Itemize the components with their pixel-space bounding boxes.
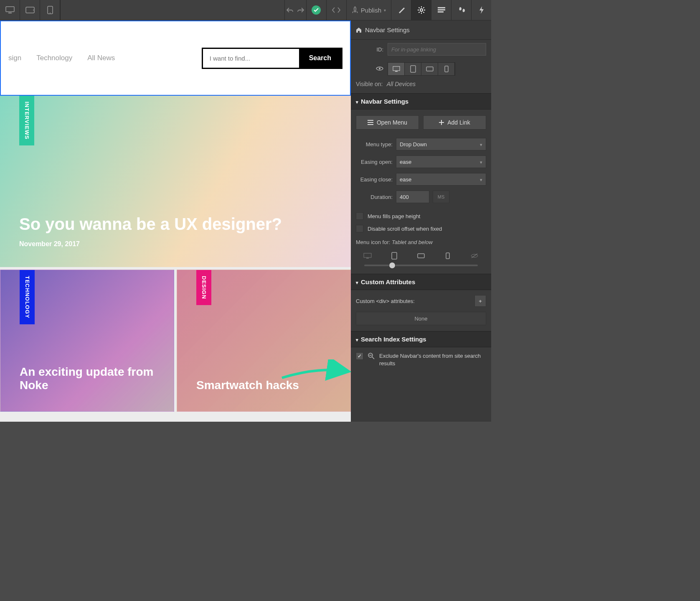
breadcrumb-label: Navbar Settings xyxy=(365,26,410,33)
phone-preview-button[interactable] xyxy=(40,0,60,20)
slider-tablet-icon xyxy=(389,252,399,260)
easing-close-select[interactable]: ease xyxy=(396,173,486,186)
add-attribute-button[interactable]: + xyxy=(474,295,486,307)
style-tab[interactable] xyxy=(391,0,411,20)
duration-unit: MS xyxy=(433,191,449,203)
slider-track[interactable] xyxy=(364,265,478,266)
slider-knob[interactable] xyxy=(389,262,395,268)
redo-button[interactable] xyxy=(295,0,306,20)
svg-rect-22 xyxy=(366,258,369,259)
caret-down-icon xyxy=(356,98,358,105)
tablet-preview-button[interactable] xyxy=(20,0,40,20)
svg-point-3 xyxy=(33,10,34,10)
menu-icon-for-label: Menu icon for: xyxy=(356,239,390,245)
nav-link-design[interactable]: sign xyxy=(8,54,21,62)
home-icon xyxy=(356,27,362,33)
hero-card[interactable]: INTERVIEWS So you wanna be a UX designer… xyxy=(0,96,351,267)
search-index-header: Search Index Settings xyxy=(361,336,426,343)
vis-tablet[interactable] xyxy=(405,63,421,75)
svg-rect-25 xyxy=(446,253,449,259)
card-design[interactable]: DESIGN Smartwatch hacks xyxy=(177,270,351,412)
duration-label: Duration: xyxy=(356,194,393,200)
search-button[interactable]: Search xyxy=(299,49,341,68)
visibility-eye xyxy=(356,66,383,72)
custom-attr-empty: None xyxy=(356,312,486,325)
panel-tabs xyxy=(391,0,491,20)
slider-desktop-icon xyxy=(363,252,373,260)
visible-on-label: Visible on: xyxy=(356,81,383,87)
rocket-icon xyxy=(352,6,358,14)
settings-tab[interactable] xyxy=(411,0,431,20)
caret-down-icon xyxy=(356,278,358,285)
svg-rect-13 xyxy=(411,66,416,72)
id-label: ID: xyxy=(356,46,383,53)
visible-on-value: All Devices xyxy=(387,81,416,87)
menu-icon-device-slider[interactable] xyxy=(351,247,491,262)
undo-button[interactable] xyxy=(284,0,295,20)
disable-scroll-checkbox[interactable]: Disable scroll offset when fixed xyxy=(351,222,491,235)
hero-title: So you wanna be a UX designer? xyxy=(19,215,282,234)
svg-rect-8 xyxy=(438,9,445,10)
svg-point-5 xyxy=(50,13,51,13)
publish-button[interactable]: Publish ▾ xyxy=(346,0,391,20)
exclude-label: Exclude Navbar's content from site searc… xyxy=(379,352,486,367)
plus-icon xyxy=(439,120,444,125)
exclude-checkbox[interactable]: ✓ xyxy=(356,352,363,360)
svg-rect-7 xyxy=(438,7,445,8)
custom-attributes-section[interactable]: Custom Attributes xyxy=(351,274,491,290)
menu-fills-checkbox[interactable]: Menu fills page height xyxy=(351,210,491,222)
design-canvas[interactable]: sign Technology All News Search INTERVIE… xyxy=(0,20,351,422)
search-exclude-icon xyxy=(368,352,375,360)
menu-fills-label: Menu fills page height xyxy=(368,213,420,219)
chevron-down-icon: ▾ xyxy=(384,8,386,13)
easing-open-label: Easing open: xyxy=(356,159,393,165)
svg-rect-1 xyxy=(8,13,12,13)
menu-type-select[interactable]: Drop Down xyxy=(396,138,486,150)
svg-line-28 xyxy=(372,357,374,359)
open-menu-label: Open Menu xyxy=(377,119,407,126)
slider-hidden-icon xyxy=(469,252,479,260)
easing-open-select[interactable]: ease xyxy=(396,155,486,168)
top-toolbar: Publish ▾ xyxy=(0,0,491,20)
hamburger-icon xyxy=(368,120,373,125)
search-index-section[interactable]: Search Index Settings xyxy=(351,331,491,347)
card-technology[interactable]: TECHNOLOGY An exciting update from Noke xyxy=(0,270,174,412)
svg-point-10 xyxy=(379,68,380,69)
chevron-down-icon xyxy=(480,159,482,165)
eye-icon xyxy=(376,66,383,71)
easing-close-value: ease xyxy=(400,176,411,183)
menu-type-value: Drop Down xyxy=(400,141,427,148)
add-link-button[interactable]: Add Link xyxy=(423,115,486,130)
open-menu-button[interactable]: Open Menu xyxy=(356,115,419,130)
id-input[interactable] xyxy=(388,43,486,56)
search-input[interactable] xyxy=(203,49,299,68)
svg-rect-15 xyxy=(445,66,448,72)
card2-tag-label: DESIGN xyxy=(201,276,207,299)
site-navbar[interactable]: sign Technology All News Search xyxy=(0,20,351,96)
status-indicator[interactable] xyxy=(306,0,326,20)
easing-open-value: ease xyxy=(400,159,411,165)
nav-link-all-news[interactable]: All News xyxy=(87,54,115,62)
caret-down-icon xyxy=(356,336,358,343)
svg-rect-24 xyxy=(418,254,424,258)
hero-tag-label: INTERVIEWS xyxy=(24,102,30,140)
hero-tag: INTERVIEWS xyxy=(19,96,34,145)
vis-phone[interactable] xyxy=(438,63,455,75)
duration-input[interactable] xyxy=(396,191,429,203)
navbar-settings-section[interactable]: Navbar Settings xyxy=(351,93,491,110)
vis-tablet-landscape[interactable] xyxy=(421,63,438,75)
svg-rect-18 xyxy=(368,124,373,125)
menu-type-label: Menu type: xyxy=(356,141,393,148)
interactions-tab[interactable] xyxy=(471,0,491,20)
code-button[interactable] xyxy=(326,0,346,20)
desktop-preview-button[interactable] xyxy=(0,0,20,20)
hero-date: November 29, 2017 xyxy=(19,240,282,248)
nav-link-technology[interactable]: Technology xyxy=(36,54,72,62)
custom-attr-header: Custom Attributes xyxy=(361,278,415,285)
card1-tag: TECHNOLOGY xyxy=(20,270,35,324)
layout-tab[interactable] xyxy=(431,0,451,20)
slider-phone-icon xyxy=(443,252,453,260)
vis-desktop[interactable] xyxy=(388,63,405,75)
effects-tab[interactable] xyxy=(451,0,471,20)
svg-rect-14 xyxy=(426,67,433,71)
